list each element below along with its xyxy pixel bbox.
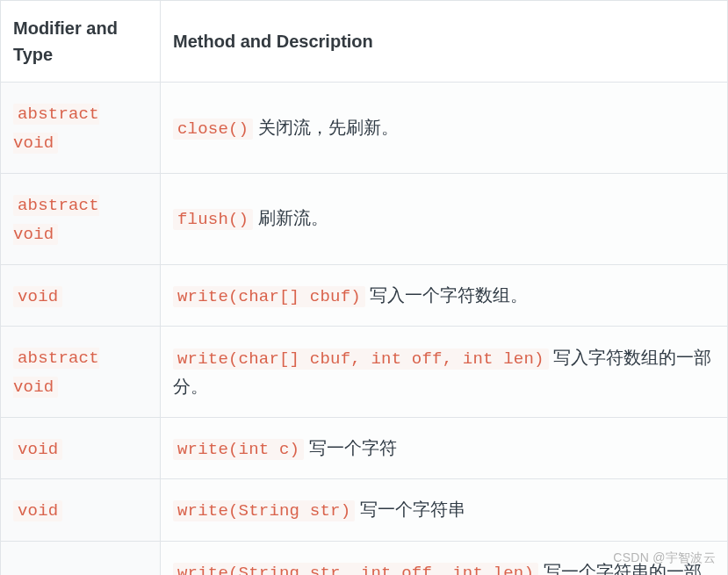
cell-modifier: void xyxy=(1,264,161,326)
method-code: write(char[] cbuf, int off, int len) xyxy=(173,349,549,370)
method-code: write(char[] cbuf) xyxy=(173,286,365,307)
method-code: close() xyxy=(173,119,253,140)
method-description: 写一个字符 xyxy=(309,438,397,457)
table-header-row: Modifier and Type Method and Description xyxy=(1,1,728,83)
table-row: void write(char[] cbuf) 写入一个字符数组。 xyxy=(1,264,728,326)
modifier-code: abstract void xyxy=(13,195,99,245)
cell-method: write(char[] cbuf) 写入一个字符数组。 xyxy=(161,264,728,326)
method-description: 刷新流。 xyxy=(258,208,328,227)
cell-method: write(int c) 写一个字符 xyxy=(161,417,728,478)
method-description: 写入一个字符数组。 xyxy=(370,285,528,305)
modifier-code: void xyxy=(13,286,62,307)
modifier-code: void xyxy=(13,500,62,521)
modifier-code: abstract void xyxy=(13,104,99,154)
header-method: Method and Description xyxy=(161,1,728,83)
method-code: write(int c) xyxy=(173,439,304,460)
method-code: write(String str, int off, int len) xyxy=(173,563,538,575)
cell-modifier: abstract void xyxy=(1,173,161,264)
cell-method: write(String str) 写一个字符串 xyxy=(161,479,728,541)
modifier-code: void xyxy=(13,439,62,460)
cell-modifier: void xyxy=(1,541,161,575)
method-description: 关闭流，先刷新。 xyxy=(258,118,399,137)
method-summary-table: Modifier and Type Method and Description… xyxy=(0,0,728,575)
cell-modifier: abstract void xyxy=(1,326,161,417)
cell-method: close() 关闭流，先刷新。 xyxy=(161,83,728,174)
cell-modifier: void xyxy=(1,417,161,478)
cell-method: write(char[] cbuf, int off, int len) 写入字… xyxy=(161,326,728,417)
table-row: void write(int c) 写一个字符 xyxy=(1,417,728,478)
table-row: abstract void close() 关闭流，先刷新。 xyxy=(1,83,728,174)
table-row: void write(String str) 写一个字符串 xyxy=(1,479,728,541)
table-row: void write(String str, int off, int len)… xyxy=(1,541,728,575)
cell-method: flush() 刷新流。 xyxy=(161,173,728,264)
modifier-code: abstract void xyxy=(13,348,99,398)
method-code: write(String str) xyxy=(173,500,355,521)
table-row: abstract void write(char[] cbuf, int off… xyxy=(1,326,728,417)
cell-modifier: abstract void xyxy=(1,83,161,174)
table-row: abstract void flush() 刷新流。 xyxy=(1,173,728,264)
method-description: 写一个字符串 xyxy=(360,500,465,519)
cell-method: write(String str, int off, int len) 写一个字… xyxy=(161,541,728,575)
method-code: flush() xyxy=(173,209,253,230)
cell-modifier: void xyxy=(1,479,161,541)
header-modifier: Modifier and Type xyxy=(1,1,161,83)
